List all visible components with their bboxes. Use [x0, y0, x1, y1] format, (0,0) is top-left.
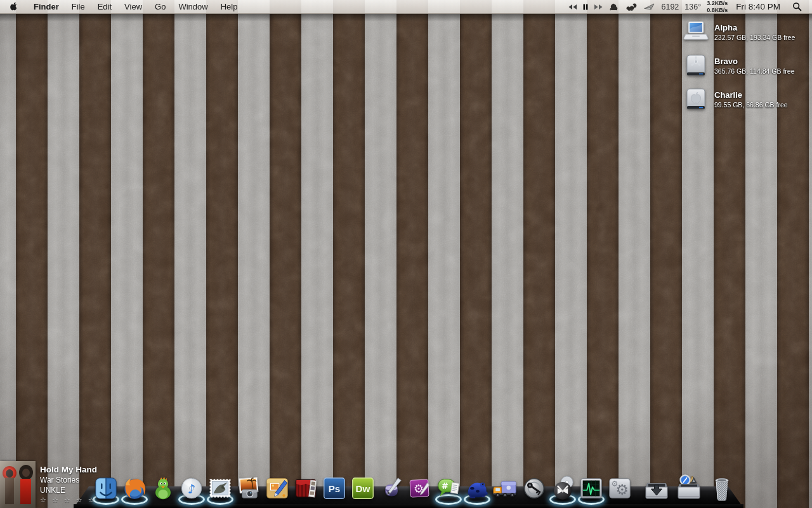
dock-app-activity-monitor-icon[interactable]: [578, 475, 605, 502]
menu-go[interactable]: Go: [148, 0, 172, 13]
menu-window[interactable]: Window: [172, 0, 214, 13]
dock-app-dreamweaver-icon[interactable]: Dw: [350, 475, 376, 502]
drive-info: 365.76 GB, 114.84 GB free: [714, 67, 794, 75]
dock-app-pages-icon[interactable]: [378, 475, 405, 502]
apple-logo-icon: [10, 2, 18, 12]
svg-text:⚙: ⚙: [611, 479, 618, 488]
net-up: 3.2KB/s: [707, 0, 728, 6]
dock-app-adium-icon[interactable]: [150, 475, 176, 502]
dock-app-icons: ♪: [93, 475, 633, 502]
menu-view[interactable]: View: [118, 0, 148, 13]
spotlight-icon[interactable]: [789, 0, 806, 13]
paper-plane-menu-icon[interactable]: [643, 0, 656, 13]
frog-menu-icon[interactable]: [609, 0, 620, 13]
drive-charlie[interactable]: Charlie 99.55 GB, 66.86 GB free: [683, 86, 795, 112]
dock-app-image-editor-icon[interactable]: [264, 475, 291, 502]
desktop: Alpha 232.57 GB, 193.34 GB free Bravo 36…: [0, 0, 812, 508]
playback-forward-icon[interactable]: [594, 0, 603, 13]
dock-app-system-preferences-icon[interactable]: ⚙ ⚙: [606, 475, 633, 502]
drive-info: 232.57 GB, 193.34 GB free: [714, 34, 795, 41]
artist-name: UNKLE: [40, 486, 97, 495]
dock-app-photoshop-icon[interactable]: Ps: [321, 475, 348, 502]
apple-drive-icon: [683, 86, 709, 112]
dock-app-mail-icon[interactable]: [207, 475, 233, 502]
laptop-drive-icon: [683, 19, 709, 44]
menubar: Finder File Edit View Go Window Help: [0, 0, 812, 14]
drive-name: Bravo: [714, 57, 794, 66]
rating-stars[interactable]: ☆ ☆ ☆ ☆ ☆: [40, 496, 97, 504]
squirrel-menu-icon[interactable]: [625, 0, 638, 13]
applications-stack-icon[interactable]: [674, 473, 704, 502]
svg-text:♪: ♪: [188, 481, 196, 497]
dock-app-security-utility-icon[interactable]: [521, 475, 547, 502]
drive-name: Charlie: [714, 90, 788, 100]
drive-info: 99.55 GB, 66.86 GB free: [714, 101, 788, 109]
dock-app-colloquy-icon[interactable]: #: [435, 475, 462, 502]
dock-app-firefox-icon[interactable]: [121, 475, 148, 502]
drive-alpha[interactable]: Alpha 232.57 GB, 193.34 GB free: [683, 19, 795, 44]
playback-pause-icon[interactable]: [583, 0, 588, 13]
svg-text:#: #: [442, 481, 449, 491]
drive-name: Alpha: [714, 23, 795, 32]
drive-bravo[interactable]: Bravo 365.76 GB, 114.84 GB free: [683, 53, 795, 78]
album-art[interactable]: [0, 461, 36, 508]
menu-finder[interactable]: Finder: [27, 0, 65, 13]
trash-icon[interactable]: [709, 473, 735, 502]
dock-app-blue-frog-icon[interactable]: [464, 475, 490, 502]
dock-stacks: [642, 473, 735, 502]
album-name: War Stories: [40, 476, 97, 485]
dock-app-graphics-utility-icon[interactable]: ⚙: [407, 475, 433, 502]
menubar-temperature[interactable]: 136°: [684, 3, 701, 11]
dock-app-itunes-icon[interactable]: ♪: [178, 475, 205, 502]
dock-app-iphoto-icon[interactable]: [235, 475, 262, 502]
desktop-drives: Alpha 232.57 GB, 193.34 GB free Bravo 36…: [683, 19, 795, 112]
menubar-clock[interactable]: Fri 8:40 PM: [733, 2, 783, 11]
apple-menu[interactable]: [0, 0, 27, 13]
dock-app-transmit-icon[interactable]: [492, 475, 519, 502]
dock-front-edge: [74, 504, 743, 508]
dreamweaver-badge: Dw: [356, 483, 370, 494]
firewire-drive-icon: [683, 53, 709, 78]
menubar-counter[interactable]: 6192: [662, 3, 679, 11]
playback-rewind-icon[interactable]: [568, 0, 577, 13]
now-playing-widget: Hold My Hand War Stories UNKLE ☆ ☆ ☆ ☆ ☆: [0, 461, 97, 508]
menubar-network-speeds[interactable]: 3.2KB/s 0.8KB/s: [707, 0, 728, 13]
menu-help[interactable]: Help: [214, 0, 244, 13]
downloads-stack-icon[interactable]: [642, 473, 671, 502]
menu-file[interactable]: File: [65, 0, 91, 13]
dock-app-photobooth-icon[interactable]: [292, 475, 319, 502]
menu-edit[interactable]: Edit: [91, 0, 118, 13]
net-down: 0.8KB/s: [707, 7, 728, 13]
dock-app-bowtie-icon[interactable]: [549, 475, 576, 502]
track-title: Hold My Hand: [40, 465, 97, 474]
photoshop-badge: Ps: [329, 483, 341, 494]
